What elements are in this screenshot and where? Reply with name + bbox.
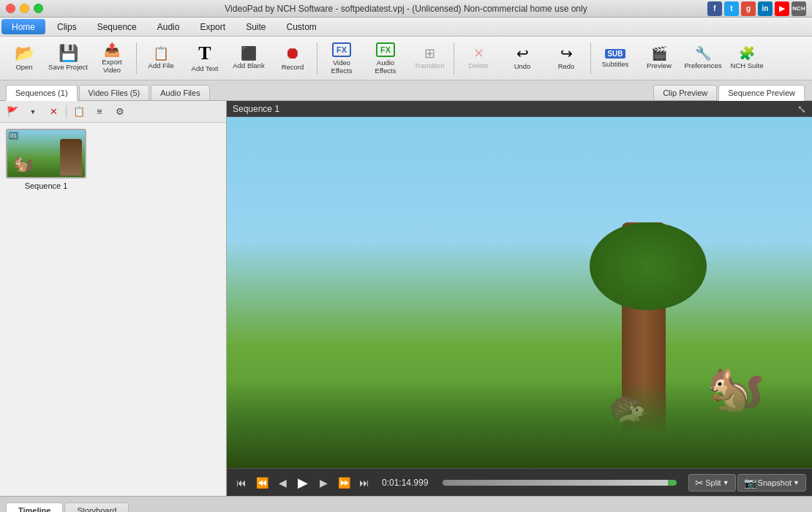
redo-button[interactable]: ↪ Redo [545,39,587,78]
step-back-button[interactable]: ◀ [274,474,291,492]
play-button[interactable]: ▶ [294,474,312,492]
nch-icon[interactable]: NCH [792,1,806,16]
social-icons: f t g in ▶ NCH [707,1,806,16]
step-forward-button[interactable]: ▶ [315,474,332,492]
googleplus-icon[interactable]: g [741,1,756,16]
split-button[interactable]: ✂ Split ▼ [688,474,735,492]
tab-sequence-preview[interactable]: Sequence Preview [718,85,805,101]
export-video-button[interactable]: 📤 Export Video [91,39,133,78]
remove-button[interactable]: ✕ [44,104,63,120]
add-blank-label: Add Blank [233,61,264,69]
tab-timeline[interactable]: Timeline [6,502,63,512]
volume-bar[interactable] [443,480,677,486]
video-effects-button[interactable]: FX Video Effects [320,39,363,78]
menu-home[interactable]: Home [1,19,45,34]
snapshot-button[interactable]: 📷 Snapshot ▼ [737,474,806,492]
delete-button[interactable]: ✕ Delete [457,39,500,78]
transition-button[interactable]: ⊞ Transition [408,39,451,78]
menu-suite[interactable]: Suite [236,18,276,36]
left-toolbar: 🚩 ▼ ✕ 📋 ≡ ⚙ [0,101,226,123]
preview-button[interactable]: 🎬 Preview [638,39,680,78]
goto-end-button[interactable]: ⏭ [356,474,373,492]
tab-storyboard[interactable]: Storyboard [64,502,129,512]
youtube-icon[interactable]: ▶ [775,1,789,16]
playback-time: 0:01:14.999 [382,478,428,488]
timeline-tabs: Timeline Storyboard [0,497,812,512]
preview-video: 🐿️ 🦔 [227,117,812,468]
tab-video-files[interactable]: Video Files (5) [79,85,150,100]
redo-label: Redo [558,62,575,70]
tab-clip-preview[interactable]: Clip Preview [653,85,717,100]
audio-effects-label: Audio Effects [366,59,405,75]
open-button[interactable]: 📂 Open [3,39,45,78]
left-toolbar-sep [66,105,67,118]
split-icon: ✂ [695,477,704,489]
expand-icon[interactable]: ⤡ [797,103,806,115]
left-panel: 🚩 ▼ ✕ 📋 ≡ ⚙ 🐿️ 01 Sequence 1 [0,101,227,496]
audio-effects-button[interactable]: FX Audio Effects [364,39,407,78]
sequence-label: Sequence 1 [25,181,68,190]
list-view[interactable]: ≡ [90,104,109,120]
tab-audio-files[interactable]: Audio Files [151,85,209,100]
export-icon: 📤 [104,43,120,56]
nch-suite-icon: 🧩 [739,47,755,60]
add-file-button[interactable]: 📋 Add File [140,39,182,78]
redo-icon: ↪ [560,46,573,61]
undo-label: Undo [514,62,531,70]
minimize-button[interactable] [20,4,29,13]
transition-label: Transition [414,61,444,69]
menu-custom[interactable]: Custom [276,18,326,36]
menu-export[interactable]: Export [189,18,236,36]
settings-left[interactable]: ⚙ [110,104,129,120]
maximize-button[interactable] [34,4,43,13]
add-file-icon: 📋 [153,47,169,60]
add-to-timeline[interactable]: 📋 [69,104,89,120]
menu-sequence[interactable]: Sequence [87,18,147,36]
twitter-icon[interactable]: t [724,1,739,16]
nch-suite-button[interactable]: 🧩 NCH Suite [726,39,768,78]
tabs-row: Sequences (1) Video Files (5) Audio File… [0,80,812,101]
open-label: Open [15,63,32,71]
preview-label: Preview [647,61,672,69]
open-icon: 📂 [15,45,34,61]
window-title: VideoPad by NCH Software - softpediatest… [225,4,587,14]
preferences-button[interactable]: 🔧 Preferences [682,39,724,78]
title-bar: VideoPad by NCH Software - softpediatest… [0,0,812,18]
toolbar-separator-2 [317,42,317,75]
delete-icon: ✕ [473,47,484,60]
sequence-thumbnail: 🐿️ 01 [6,129,86,178]
split-dropdown-icon[interactable]: ▼ [723,479,729,486]
next-frame-button[interactable]: ⏩ [335,474,353,492]
snapshot-dropdown-icon[interactable]: ▼ [793,479,800,486]
goto-start-button[interactable]: ⏮ [233,474,250,492]
record-button[interactable]: ⏺ Record [271,39,314,78]
add-blank-icon: ⬛ [241,47,257,60]
toolbar-separator-3 [454,42,454,75]
video-effects-icon: FX [332,42,351,57]
main-content: 🚩 ▼ ✕ 📋 ≡ ⚙ 🐿️ 01 Sequence 1 [0,101,812,496]
subtitles-label: Subtitles [602,60,628,68]
add-text-label: Add Text [192,64,219,72]
menu-clips[interactable]: Clips [47,18,87,36]
save-project-button[interactable]: 💾 Save Project [47,39,89,78]
add-text-button[interactable]: T Add Text [184,39,226,78]
audio-effects-icon: FX [376,42,395,57]
record-icon: ⏺ [285,45,301,61]
menu-audio[interactable]: Audio [147,18,190,36]
flag-button[interactable]: 🚩 [3,104,22,120]
subtitles-button[interactable]: SUB Subtitles [594,39,636,78]
tab-sequences[interactable]: Sequences (1) [6,85,78,101]
snapshot-icon: 📷 [744,477,756,489]
linkedin-icon[interactable]: in [758,1,772,16]
prev-frame-button[interactable]: ⏪ [253,474,271,492]
sequence-item[interactable]: 🐿️ 01 Sequence 1 [6,129,86,190]
export-label: Export Video [92,58,132,74]
add-blank-button[interactable]: ⬛ Add Blank [228,39,270,78]
preview-icon: 🎬 [651,47,667,60]
flag-dropdown[interactable]: ▼ [23,104,42,120]
facebook-icon[interactable]: f [707,1,722,16]
close-button[interactable] [6,4,15,13]
subtitles-icon: SUB [605,49,625,59]
preferences-icon: 🔧 [695,47,711,60]
undo-button[interactable]: ↩ Undo [501,39,544,78]
